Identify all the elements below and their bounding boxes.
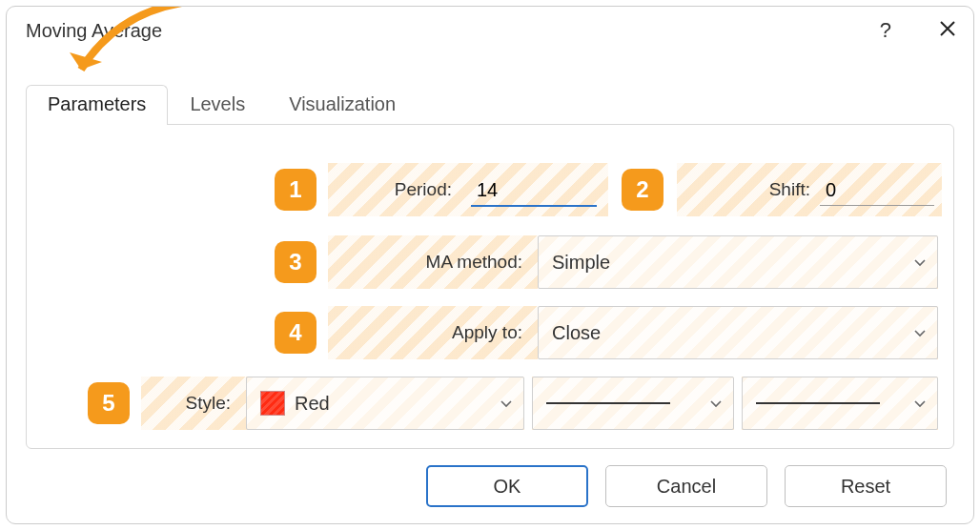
chevron-down-icon [499, 396, 514, 411]
chevron-down-icon [912, 396, 928, 411]
tab-parameters[interactable]: Parameters [26, 85, 168, 125]
line-sample-icon [756, 402, 880, 404]
tab-panel: 1 Period: 2 Shift: 3 MA method: [26, 124, 954, 449]
color-swatch-icon [260, 391, 285, 416]
ok-button[interactable]: OK [426, 465, 588, 507]
period-label: Period: [328, 179, 452, 200]
cancel-button[interactable]: Cancel [605, 465, 767, 507]
marker-badge-5: 5 [88, 382, 130, 424]
ma-method-label-cell: MA method: [328, 235, 538, 289]
style-linewidth-select-wrap [742, 377, 938, 430]
line-sample-icon [546, 402, 670, 404]
period-input[interactable] [471, 173, 597, 207]
ma-method-select[interactable]: Simple [538, 235, 938, 289]
dialog-window: Moving Average ? Parameters Levels Visua… [6, 6, 974, 524]
reset-button[interactable]: Reset [785, 465, 947, 507]
marker-badge-2: 2 [622, 169, 664, 211]
ma-method-value: Simple [552, 252, 610, 274]
apply-to-select[interactable]: Close [538, 306, 938, 359]
chevron-down-icon [912, 255, 928, 270]
style-color-select[interactable]: Red [246, 377, 524, 430]
window-title: Moving Average [26, 20, 162, 42]
help-icon[interactable]: ? [880, 18, 891, 43]
style-color-select-wrap: Red [246, 377, 524, 430]
ma-method-select-wrap: Simple [538, 235, 938, 289]
chevron-down-icon [708, 396, 724, 411]
period-field-group: Period: [328, 163, 608, 216]
marker-badge-4: 4 [275, 312, 316, 354]
marker-badge-3: 3 [275, 241, 316, 283]
style-linetype-select[interactable] [532, 377, 734, 430]
apply-to-select-wrap: Close [538, 306, 938, 359]
style-linetype-select-wrap [532, 377, 734, 430]
apply-to-value: Close [552, 322, 601, 344]
dialog-footer: OK Cancel Reset [7, 449, 973, 523]
close-icon[interactable] [939, 18, 956, 43]
apply-to-label-cell: Apply to: [328, 306, 538, 359]
shift-label: Shift: [677, 179, 810, 200]
apply-to-label: Apply to: [452, 322, 522, 343]
marker-badge-1: 1 [275, 169, 316, 211]
shift-field-group: Shift: [677, 163, 942, 216]
titlebar: Moving Average ? [7, 7, 973, 54]
tab-visualization[interactable]: Visualization [267, 85, 418, 125]
ma-method-label: MA method: [426, 252, 522, 273]
style-label: Style: [185, 393, 231, 414]
tab-levels[interactable]: Levels [168, 85, 267, 125]
shift-input[interactable] [820, 173, 934, 206]
style-linewidth-select[interactable] [742, 377, 938, 430]
style-color-value: Red [295, 393, 330, 415]
tab-bar: Parameters Levels Visualization [26, 85, 418, 125]
style-label-cell: Style: [141, 377, 246, 430]
chevron-down-icon [912, 325, 928, 340]
